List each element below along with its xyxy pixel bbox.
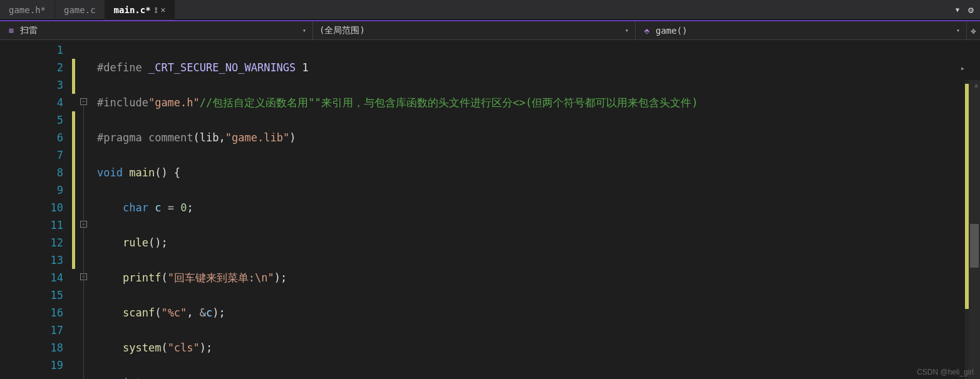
line-number-gutter: 1 2 3 4 5 6 7 8 9 10 11 12 13 14 15 16 1…	[0, 40, 72, 379]
tab-overflow-icon[interactable]: ▼	[956, 6, 959, 13]
fold-gutter: − − −	[72, 40, 97, 379]
tab-label: main.c*	[114, 5, 151, 15]
change-marker	[72, 111, 75, 269]
line-number: 6	[0, 129, 63, 146]
line-number: 4	[0, 94, 63, 111]
line-number: 5	[0, 111, 63, 129]
scroll-up-icon[interactable]: ▲	[974, 81, 978, 88]
line-number: 15	[0, 286, 63, 304]
line-number: 7	[0, 146, 63, 164]
navigation-bar: ⊞ 扫雷 ▾ (全局范围) ▾ ⬘ game() ▾ ✥	[0, 21, 980, 40]
pin-icon[interactable]: ⟟	[155, 6, 157, 14]
chevron-down-icon: ▾	[625, 27, 629, 34]
tab-game-c[interactable]: game.c	[55, 0, 105, 20]
scroll-split-icon[interactable]: ▸	[961, 64, 965, 73]
code-content[interactable]: #define _CRT_SECURE_NO_WARNINGS 1 #inclu…	[97, 40, 980, 379]
chevron-down-icon: ▾	[956, 27, 960, 34]
line-number: 12	[0, 234, 63, 251]
tab-label: game.c	[64, 5, 96, 15]
watermark: CSDN @heli_girl	[917, 368, 974, 376]
tab-main-c[interactable]: main.c* ⟟ ✕	[105, 0, 175, 20]
nav-member-dropdown[interactable]: ⬘ game() ▾	[636, 21, 966, 39]
close-icon[interactable]: ✕	[161, 5, 166, 14]
line-number: 13	[0, 251, 63, 269]
vertical-scrollbar[interactable]	[969, 80, 980, 379]
scrollbar-thumb[interactable]	[970, 224, 979, 268]
nav-project-label: 扫雷	[20, 25, 38, 36]
line-number: 14	[0, 269, 63, 286]
editor[interactable]: 1 2 3 4 5 6 7 8 9 10 11 12 13 14 15 16 1…	[0, 40, 980, 379]
tab-bar: game.h* game.c main.c* ⟟ ✕ ▼ ⚙	[0, 0, 980, 20]
line-number: 11	[0, 216, 63, 234]
gear-icon[interactable]: ⚙	[968, 4, 974, 16]
line-number: 2	[0, 59, 63, 76]
line-number: 19	[0, 356, 63, 374]
change-marker	[72, 59, 75, 94]
split-editor-button[interactable]: ✥	[966, 21, 980, 39]
nav-scope-label: (全局范围)	[319, 25, 365, 36]
fold-guide	[83, 105, 84, 379]
project-icon: ⊞	[6, 26, 16, 36]
nav-member-label: game()	[656, 26, 688, 36]
line-number: 10	[0, 199, 63, 216]
tab-game-h[interactable]: game.h*	[0, 0, 55, 20]
line-number: 3	[0, 76, 63, 94]
line-number: 1	[0, 41, 63, 59]
line-number: 8	[0, 164, 63, 181]
nav-scope-dropdown[interactable]: (全局范围) ▾	[313, 21, 636, 39]
line-number: 18	[0, 339, 63, 356]
chevron-down-icon: ▾	[302, 27, 306, 34]
line-number: 16	[0, 304, 63, 321]
fold-toggle[interactable]: −	[80, 98, 87, 105]
line-number: 17	[0, 321, 63, 339]
line-number: 9	[0, 181, 63, 199]
method-icon: ⬘	[642, 26, 652, 36]
nav-project-dropdown[interactable]: ⊞ 扫雷 ▾	[0, 21, 313, 39]
tab-label: game.h*	[9, 5, 46, 15]
